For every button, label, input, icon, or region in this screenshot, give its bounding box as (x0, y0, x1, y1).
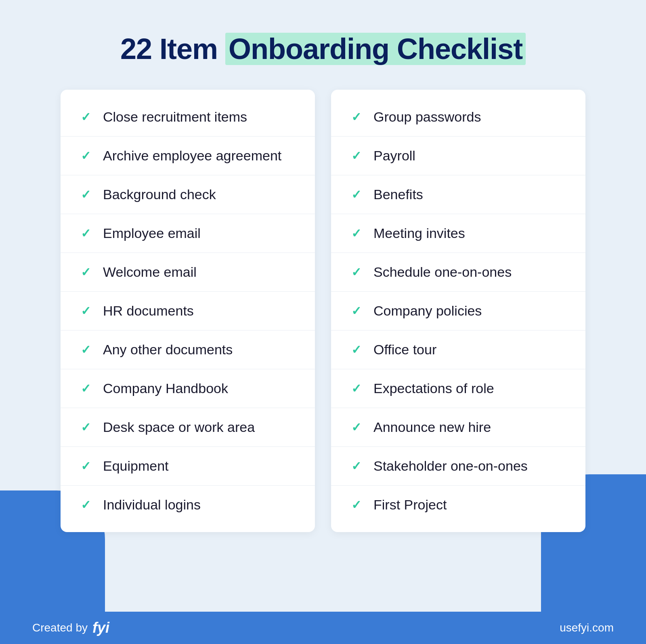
check-icon: ✓ (81, 498, 91, 512)
item-label: Equipment (103, 458, 169, 474)
list-item: ✓ Expectations of role (331, 369, 585, 408)
item-label: Welcome email (103, 264, 197, 280)
footer-website: usefyi.com (560, 621, 614, 634)
check-icon: ✓ (351, 459, 361, 473)
check-icon: ✓ (81, 265, 91, 279)
check-icon: ✓ (351, 498, 361, 512)
check-icon: ✓ (351, 265, 361, 279)
check-icon: ✓ (351, 381, 361, 396)
check-icon: ✓ (81, 381, 91, 396)
list-item: ✓ Office tour (331, 330, 585, 369)
list-item: ✓ Employee email (61, 214, 315, 253)
list-item: ✓ First Project (331, 486, 585, 524)
right-checklist-card: ✓ Group passwords ✓ Payroll ✓ Benefits ✓… (331, 90, 585, 532)
list-item: ✓ HR documents (61, 292, 315, 330)
check-icon: ✓ (81, 149, 91, 163)
item-label: Any other documents (103, 342, 233, 358)
item-label: Close recruitment items (103, 109, 247, 125)
list-item: ✓ Benefits (331, 175, 585, 214)
check-icon: ✓ (351, 226, 361, 240)
check-icon: ✓ (81, 110, 91, 124)
item-label: Office tour (373, 342, 436, 358)
list-item: ✓ Any other documents (61, 330, 315, 369)
created-by-label: Created by (32, 621, 88, 634)
item-label: Employee email (103, 225, 201, 241)
footer-left: Created by fyi (32, 619, 109, 636)
check-icon: ✓ (351, 304, 361, 318)
checklist-container: ✓ Close recruitment items ✓ Archive empl… (61, 90, 585, 532)
check-icon: ✓ (351, 343, 361, 357)
title-part2: Onboarding Checklist (225, 33, 526, 65)
item-label: Archive employee agreement (103, 148, 281, 164)
check-icon: ✓ (81, 420, 91, 434)
item-label: HR documents (103, 303, 194, 319)
list-item: ✓ Close recruitment items (61, 98, 315, 137)
list-item: ✓ Individual logins (61, 486, 315, 524)
item-label: Individual logins (103, 497, 201, 513)
check-icon: ✓ (81, 304, 91, 318)
item-label: Group passwords (373, 109, 481, 125)
item-label: Schedule one-on-ones (373, 264, 512, 280)
check-icon: ✓ (351, 110, 361, 124)
item-label: Company Handbook (103, 381, 228, 396)
list-item: ✓ Group passwords (331, 98, 585, 137)
list-item: ✓ Payroll (331, 137, 585, 175)
check-icon: ✓ (81, 187, 91, 202)
footer-logo: fyi (92, 619, 109, 636)
item-label: Benefits (373, 187, 423, 202)
list-item: ✓ Archive employee agreement (61, 137, 315, 175)
check-icon: ✓ (351, 149, 361, 163)
list-item: ✓ Desk space or work area (61, 408, 315, 447)
check-icon: ✓ (81, 226, 91, 240)
item-label: Expectations of role (373, 381, 494, 396)
list-item: ✓ Equipment (61, 447, 315, 486)
list-item: ✓ Stakeholder one-on-ones (331, 447, 585, 486)
check-icon: ✓ (81, 343, 91, 357)
list-item: ✓ Announce new hire (331, 408, 585, 447)
item-label: Stakeholder one-on-ones (373, 458, 528, 474)
check-icon: ✓ (81, 459, 91, 473)
title-part1: 22 Item (120, 33, 225, 65)
list-item: ✓ Meeting invites (331, 214, 585, 253)
list-item: ✓ Welcome email (61, 253, 315, 292)
item-label: First Project (373, 497, 447, 513)
footer: Created by fyi usefyi.com (0, 612, 646, 644)
page-title: 22 Item Onboarding Checklist (120, 32, 526, 65)
check-icon: ✓ (351, 187, 361, 202)
item-label: Announce new hire (373, 419, 491, 435)
list-item: ✓ Company Handbook (61, 369, 315, 408)
item-label: Background check (103, 187, 216, 202)
list-item: ✓ Schedule one-on-ones (331, 253, 585, 292)
list-item: ✓ Background check (61, 175, 315, 214)
left-checklist-card: ✓ Close recruitment items ✓ Archive empl… (61, 90, 315, 532)
list-item: ✓ Company policies (331, 292, 585, 330)
item-label: Desk space or work area (103, 419, 255, 435)
item-label: Meeting invites (373, 225, 465, 241)
page-header: 22 Item Onboarding Checklist (120, 32, 526, 65)
check-icon: ✓ (351, 420, 361, 434)
item-label: Company policies (373, 303, 482, 319)
item-label: Payroll (373, 148, 415, 164)
